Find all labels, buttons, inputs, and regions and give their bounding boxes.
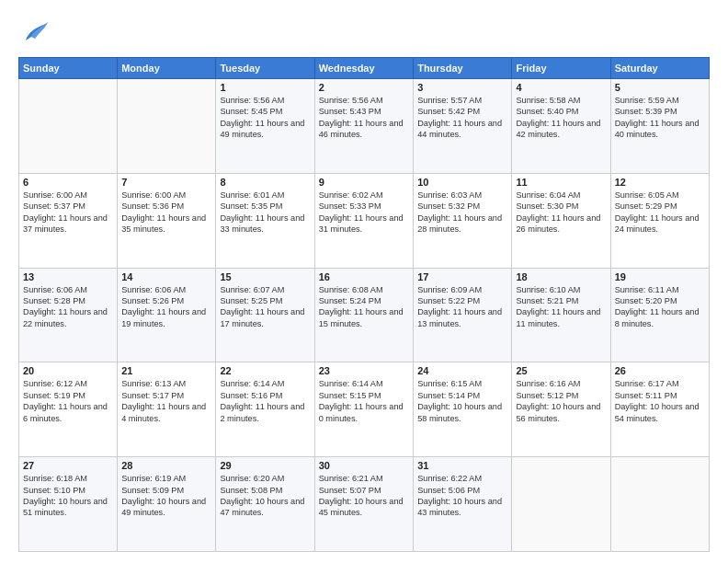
calendar-cell: 5Sunrise: 5:59 AM Sunset: 5:39 PM Daylig… [610,79,709,174]
day-number: 11 [516,177,606,188]
day-number: 21 [121,365,211,376]
day-number: 15 [220,271,310,282]
calendar-cell [19,79,118,174]
calendar-cell: 16Sunrise: 6:08 AM Sunset: 5:24 PM Dayli… [314,268,413,362]
day-info: Sunrise: 6:04 AM Sunset: 5:30 PM Dayligh… [516,190,606,236]
calendar-cell: 6Sunrise: 6:00 AM Sunset: 5:37 PM Daylig… [19,173,118,268]
calendar-cell: 4Sunrise: 5:58 AM Sunset: 5:40 PM Daylig… [512,79,610,174]
day-info: Sunrise: 6:03 AM Sunset: 5:32 PM Dayligh… [417,190,507,236]
day-number: 8 [220,177,310,188]
calendar-cell: 13Sunrise: 6:06 AM Sunset: 5:28 PM Dayli… [19,268,118,362]
day-number: 16 [319,271,409,282]
day-info: Sunrise: 6:02 AM Sunset: 5:33 PM Dayligh… [319,190,409,236]
day-number: 17 [417,271,507,282]
day-info: Sunrise: 6:06 AM Sunset: 5:26 PM Dayligh… [121,284,211,330]
day-number: 13 [23,271,113,282]
day-info: Sunrise: 6:05 AM Sunset: 5:29 PM Dayligh… [615,190,705,236]
day-info: Sunrise: 6:11 AM Sunset: 5:20 PM Dayligh… [615,284,705,330]
day-info: Sunrise: 6:21 AM Sunset: 5:07 PM Dayligh… [319,473,409,519]
day-info: Sunrise: 5:56 AM Sunset: 5:45 PM Dayligh… [220,95,310,141]
day-info: Sunrise: 6:20 AM Sunset: 5:08 PM Dayligh… [220,473,310,519]
day-number: 7 [121,177,211,188]
calendar-cell [118,79,216,174]
day-number: 19 [615,271,705,282]
day-number: 27 [23,460,113,471]
day-number: 24 [417,365,507,376]
calendar-header-thursday: Thursday [414,58,512,79]
day-number: 2 [319,82,409,93]
calendar-header-monday: Monday [118,58,216,79]
calendar-cell [610,457,709,552]
calendar-cell: 22Sunrise: 6:14 AM Sunset: 5:16 PM Dayli… [216,362,314,457]
day-number: 20 [23,365,113,376]
day-info: Sunrise: 6:10 AM Sunset: 5:21 PM Dayligh… [516,284,606,330]
day-info: Sunrise: 6:19 AM Sunset: 5:09 PM Dayligh… [121,473,211,519]
calendar-cell: 23Sunrise: 6:14 AM Sunset: 5:15 PM Dayli… [314,362,413,457]
logo [18,15,57,50]
day-info: Sunrise: 6:13 AM Sunset: 5:17 PM Dayligh… [121,378,211,424]
calendar-cell: 30Sunrise: 6:21 AM Sunset: 5:07 PM Dayli… [314,457,413,552]
day-info: Sunrise: 6:07 AM Sunset: 5:25 PM Dayligh… [220,284,310,330]
day-info: Sunrise: 5:59 AM Sunset: 5:39 PM Dayligh… [615,95,705,141]
calendar-cell: 12Sunrise: 6:05 AM Sunset: 5:29 PM Dayli… [610,173,709,268]
calendar-cell: 24Sunrise: 6:15 AM Sunset: 5:14 PM Dayli… [414,362,512,457]
calendar-cell: 17Sunrise: 6:09 AM Sunset: 5:22 PM Dayli… [414,268,512,362]
day-info: Sunrise: 6:17 AM Sunset: 5:11 PM Dayligh… [615,378,705,424]
day-number: 1 [220,82,310,93]
day-number: 14 [121,271,211,282]
day-number: 25 [516,365,606,376]
calendar-cell: 14Sunrise: 6:06 AM Sunset: 5:26 PM Dayli… [118,268,216,362]
calendar-cell: 25Sunrise: 6:16 AM Sunset: 5:12 PM Dayli… [512,362,610,457]
day-info: Sunrise: 6:08 AM Sunset: 5:24 PM Dayligh… [319,284,409,330]
day-number: 26 [615,365,705,376]
day-info: Sunrise: 6:06 AM Sunset: 5:28 PM Dayligh… [23,284,113,330]
day-info: Sunrise: 6:00 AM Sunset: 5:36 PM Dayligh… [121,190,211,236]
calendar-cell: 18Sunrise: 6:10 AM Sunset: 5:21 PM Dayli… [512,268,610,362]
calendar-cell: 21Sunrise: 6:13 AM Sunset: 5:17 PM Dayli… [118,362,216,457]
calendar-cell: 2Sunrise: 5:56 AM Sunset: 5:43 PM Daylig… [314,79,413,174]
day-info: Sunrise: 6:15 AM Sunset: 5:14 PM Dayligh… [417,378,507,424]
day-info: Sunrise: 6:09 AM Sunset: 5:22 PM Dayligh… [417,284,507,330]
day-number: 31 [417,460,507,471]
calendar-week-row: 6Sunrise: 6:00 AM Sunset: 5:37 PM Daylig… [19,173,710,268]
day-info: Sunrise: 6:00 AM Sunset: 5:37 PM Dayligh… [23,190,113,236]
logo-icon [18,15,53,50]
day-info: Sunrise: 6:22 AM Sunset: 5:06 PM Dayligh… [417,473,507,519]
calendar-cell [512,457,610,552]
calendar-cell: 31Sunrise: 6:22 AM Sunset: 5:06 PM Dayli… [414,457,512,552]
day-info: Sunrise: 6:18 AM Sunset: 5:10 PM Dayligh… [23,473,113,519]
day-info: Sunrise: 6:14 AM Sunset: 5:15 PM Dayligh… [319,378,409,424]
calendar-cell: 11Sunrise: 6:04 AM Sunset: 5:30 PM Dayli… [512,173,610,268]
calendar-cell: 15Sunrise: 6:07 AM Sunset: 5:25 PM Dayli… [216,268,314,362]
calendar: SundayMondayTuesdayWednesdayThursdayFrid… [18,57,710,552]
day-info: Sunrise: 6:01 AM Sunset: 5:35 PM Dayligh… [220,190,310,236]
day-number: 10 [417,177,507,188]
calendar-cell: 10Sunrise: 6:03 AM Sunset: 5:32 PM Dayli… [414,173,512,268]
calendar-cell: 26Sunrise: 6:17 AM Sunset: 5:11 PM Dayli… [610,362,709,457]
day-info: Sunrise: 5:56 AM Sunset: 5:43 PM Dayligh… [319,95,409,141]
day-number: 18 [516,271,606,282]
day-number: 6 [23,177,113,188]
calendar-cell: 8Sunrise: 6:01 AM Sunset: 5:35 PM Daylig… [216,173,314,268]
day-number: 29 [220,460,310,471]
calendar-cell: 20Sunrise: 6:12 AM Sunset: 5:19 PM Dayli… [19,362,118,457]
calendar-week-row: 20Sunrise: 6:12 AM Sunset: 5:19 PM Dayli… [19,362,710,457]
page: SundayMondayTuesdayWednesdayThursdayFrid… [0,0,728,563]
day-number: 9 [319,177,409,188]
day-number: 23 [319,365,409,376]
calendar-header-wednesday: Wednesday [314,58,413,79]
day-number: 30 [319,460,409,471]
day-number: 28 [121,460,211,471]
day-number: 3 [417,82,507,93]
calendar-week-row: 27Sunrise: 6:18 AM Sunset: 5:10 PM Dayli… [19,457,710,552]
calendar-cell: 9Sunrise: 6:02 AM Sunset: 5:33 PM Daylig… [314,173,413,268]
calendar-cell: 1Sunrise: 5:56 AM Sunset: 5:45 PM Daylig… [216,79,314,174]
day-info: Sunrise: 5:57 AM Sunset: 5:42 PM Dayligh… [417,95,507,141]
calendar-header-tuesday: Tuesday [216,58,314,79]
calendar-cell: 29Sunrise: 6:20 AM Sunset: 5:08 PM Dayli… [216,457,314,552]
day-info: Sunrise: 6:12 AM Sunset: 5:19 PM Dayligh… [23,378,113,424]
calendar-cell: 19Sunrise: 6:11 AM Sunset: 5:20 PM Dayli… [610,268,709,362]
calendar-week-row: 1Sunrise: 5:56 AM Sunset: 5:45 PM Daylig… [19,79,710,174]
day-info: Sunrise: 6:16 AM Sunset: 5:12 PM Dayligh… [516,378,606,424]
calendar-header-saturday: Saturday [610,58,709,79]
